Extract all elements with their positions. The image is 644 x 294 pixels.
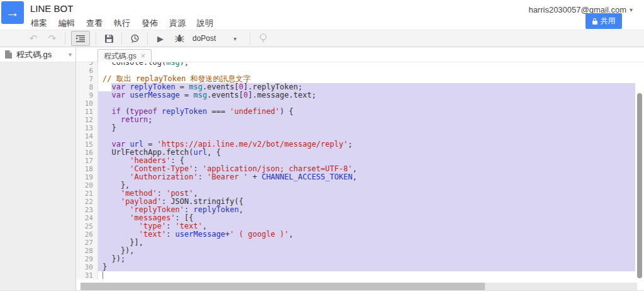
editor-tab[interactable]: 程式碼.gs × — [97, 49, 152, 62]
menu-edit[interactable]: 編輯 — [57, 17, 76, 30]
chevron-down-icon: ▾ — [630, 6, 633, 13]
menu-help[interactable]: 說明 — [196, 17, 214, 30]
undo-icon: ↶ — [30, 33, 38, 44]
lightbulb-icon — [259, 33, 267, 43]
code-row: 29 }); — [76, 255, 635, 263]
code-line: 'Authorization': 'Bearer ' + CHANNEL_ACC… — [98, 173, 635, 181]
clock-icon — [130, 34, 140, 43]
line-number: 16 — [76, 149, 98, 157]
toolbar-separator — [121, 32, 122, 45]
play-icon: ▶ — [157, 34, 164, 43]
toolbar-separator — [65, 32, 65, 45]
text-cursor — [103, 271, 103, 279]
bug-icon — [175, 34, 184, 43]
code-line: } — [98, 263, 635, 271]
apps-script-editor: → LINE BOT 檔案編輯查看執行發佈資源說明 harris2030057@… — [0, 0, 644, 294]
undo-button: ↶ — [26, 31, 40, 45]
code-row: 27 }], — [76, 239, 635, 247]
toolbar-separator — [147, 32, 148, 45]
code-line: if (typeof replyToken === 'undefined') { — [98, 108, 635, 116]
line-number: 7 — [76, 75, 98, 83]
code-line: return; — [98, 116, 635, 124]
line-number: 11 — [76, 108, 98, 116]
line-number: 22 — [76, 198, 98, 206]
line-number: 13 — [76, 124, 98, 132]
code-row: 12 return; — [76, 116, 635, 124]
code-line: }); — [98, 255, 635, 263]
line-number: 6 — [76, 67, 98, 75]
chevron-down-icon: ▾ — [233, 35, 236, 42]
line-number: 14 — [76, 132, 98, 140]
code-line: }], — [98, 239, 635, 247]
menu-resources[interactable]: 資源 — [168, 17, 187, 30]
hint-button — [256, 31, 270, 45]
line-number: 27 — [76, 239, 98, 247]
close-icon[interactable]: × — [141, 52, 145, 60]
code-lines: 5 console.log(msg);67// 取出 replayToken 和… — [76, 62, 635, 280]
code-row: 13 } — [76, 124, 635, 132]
horizontal-scrollbar[interactable] — [80, 283, 485, 290]
line-number: 29 — [76, 255, 98, 263]
vertical-scrollbar[interactable] — [637, 93, 642, 278]
menu-publish[interactable]: 發佈 — [140, 17, 159, 30]
code-line: console.log(msg); — [98, 62, 635, 67]
line-number: 26 — [76, 230, 98, 239]
line-number: 18 — [76, 165, 98, 173]
code-editor[interactable]: 5 console.log(msg);67// 取出 replayToken 和… — [76, 62, 644, 283]
run-button[interactable]: ▶ — [153, 31, 167, 45]
chevron-down-icon[interactable]: ▾ — [69, 51, 72, 58]
code-row: 30} — [76, 263, 635, 271]
save-button[interactable] — [102, 31, 116, 45]
line-number: 25 — [76, 222, 98, 230]
arrow-right-icon: → — [6, 4, 19, 21]
function-selector[interactable]: doPost ▾ — [192, 31, 243, 45]
indent-icon — [76, 35, 85, 42]
toolbar-separator — [250, 32, 250, 45]
horizontal-scrollbar-track — [80, 283, 637, 290]
code-line: var userMessage = msg.events[0].message.… — [98, 91, 635, 99]
redo-icon: ↷ — [48, 33, 57, 44]
line-number: 24 — [76, 214, 98, 222]
lock-icon — [592, 18, 597, 25]
line-number: 9 — [76, 91, 98, 99]
save-icon — [105, 35, 113, 43]
line-number: 23 — [76, 206, 98, 214]
share-button[interactable]: 共用 — [586, 13, 622, 29]
redo-button: ↷ — [45, 31, 59, 45]
menu-view[interactable]: 查看 — [85, 17, 104, 30]
share-button-label: 共用 — [601, 16, 616, 26]
code-row: 31 — [76, 271, 635, 280]
line-number: 5 — [76, 62, 98, 67]
function-selector-value: doPost — [192, 34, 216, 43]
code-row: 28 }), — [76, 247, 635, 255]
code-row: 9 var userMessage = msg.events[0].messag… — [76, 91, 635, 99]
indent-toggle-button[interactable] — [71, 31, 90, 46]
toolbar: ↶ ↷ — [0, 30, 644, 47]
line-number: 8 — [76, 83, 98, 91]
menu-run[interactable]: 執行 — [113, 17, 131, 30]
menu-file[interactable]: 檔案 — [30, 17, 48, 30]
code-line — [98, 271, 635, 280]
line-number: 19 — [76, 173, 98, 181]
line-number: 20 — [76, 181, 98, 189]
editor-tabbar: 程式碼.gs × — [76, 47, 644, 62]
code-row: 26 'text': userMessage+' ( google )', — [76, 230, 635, 239]
project-title[interactable]: LINE BOT — [30, 3, 73, 14]
triggers-button[interactable] — [128, 31, 142, 45]
apps-script-logo: → — [1, 1, 24, 24]
line-number: 28 — [76, 247, 98, 255]
debug-button[interactable] — [172, 31, 186, 45]
code-row: 5 console.log(msg); — [76, 62, 635, 67]
line-number: 21 — [76, 189, 98, 198]
file-item[interactable]: 程式碼.gs ▾ — [0, 47, 75, 62]
line-number: 17 — [76, 157, 98, 165]
tab-label: 程式碼.gs — [104, 51, 136, 62]
line-number: 31 — [76, 271, 98, 280]
menu-bar: 檔案編輯查看執行發佈資源說明 — [30, 17, 214, 30]
line-number: 15 — [76, 140, 98, 149]
code-line: 'text': userMessage+' ( google )', — [98, 230, 635, 239]
file-name: 程式碼.gs — [16, 49, 69, 60]
files-panel: 程式碼.gs ▾ — [0, 47, 75, 290]
line-number: 30 — [76, 263, 98, 271]
line-number: 10 — [76, 99, 98, 108]
